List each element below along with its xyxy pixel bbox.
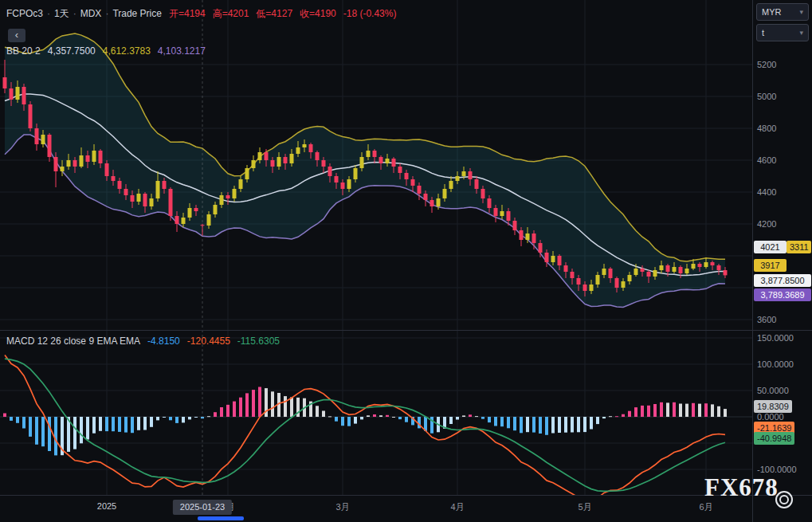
scrollbar-thumb[interactable] [198,516,244,520]
exchange-label: MDX [80,8,102,19]
symbol-info-bar: FCPOc3·1天·MDX·Trade Price开=4194高=4201低=4… [6,7,396,21]
unit-selector[interactable]: t ▾ [756,24,809,41]
macd-tick-label: 50.0000 [757,386,789,395]
fx678-logo-icon [775,491,793,508]
time-axis-label: 2025 [97,501,116,511]
macd-axis-badge: 19.8309 [754,400,792,413]
time-axis[interactable]: 2025-01-23 20252月3月4月5月6月 [0,496,752,522]
back-arrow-button[interactable]: ‹ [8,29,25,42]
price-tick-label: 5000 [757,92,776,101]
macd-line-value: -120.4455 [187,336,230,347]
separator-dot: · [47,8,50,19]
price-tick-label: 4400 [757,187,776,197]
time-axis-label: 5月 [578,501,591,513]
change-readout: -18 (-0.43%) [343,8,397,19]
bollinger-legend[interactable]: BB 20 24,357.75004,612.37834,103.1217 [6,45,206,57]
price-axis-badge: 3311 [787,241,811,253]
chevron-down-icon: ▾ [799,25,803,41]
high-readout: 高=4201 [213,8,249,19]
close-readout: 收=4190 [300,8,336,19]
currency-selector[interactable]: MYR ▾ [756,3,809,21]
bollinger-upper-value: 4,612.3783 [103,45,151,57]
price-tick-label: 4800 [757,124,776,133]
bollinger-legend-title[interactable]: BB 20 2 [6,45,41,57]
price-tick-label: 4600 [757,155,776,165]
symbol-name[interactable]: FCPOc3 [6,8,43,19]
separator-dot: · [73,8,76,19]
trading-chart-app: FCPOc3·1天·MDX·Trade Price开=4194高=4201低=4… [0,0,812,522]
series-type-label: Trade Price [112,8,162,19]
bollinger-basis-value: 4,357.7500 [48,45,96,57]
separator-dot: · [105,8,108,19]
currency-label: MYR [762,7,781,17]
macd-axis-badge: -40.9948 [754,432,794,445]
macd-legend[interactable]: MACD 12 26 close 9 EMA EMA-4.8150-120.44… [6,336,280,347]
price-axis-badge: 4021 [754,241,787,253]
price-tick-label: 4200 [757,219,776,229]
macd-signal-value: -115.6305 [237,336,280,347]
crosshair-date-label: 2025-01-23 [173,500,232,515]
macd-tick-label: 100.0000 [757,359,794,369]
chevron-down-icon: ▾ [799,4,803,20]
macd-tick-label: 0.0000 [757,412,784,422]
time-axis-label: 3月 [335,501,349,513]
price-tick-label: 3600 [757,315,776,324]
macd-legend-title[interactable]: MACD 12 26 close 9 EMA EMA [6,336,140,347]
macd-histogram [3,387,727,456]
time-axis-label: 4月 [450,501,464,513]
bollinger-lower-value: 4,103.1217 [158,45,206,57]
price-axis-badge: 3917 [754,259,787,272]
unit-label: t [762,28,764,37]
macd-tick-label: 150.0000 [757,333,794,343]
macd-hist-value: -4.8150 [147,336,180,347]
fx678-watermark: FX678 [704,473,779,502]
price-axis[interactable]: MYR ▾ t ▾ 520050004800460044004200360015… [753,0,812,522]
price-axis-badge: 3,789.3689 [754,288,811,301]
low-readout: 低=4127 [256,8,292,19]
pane-divider [0,330,812,331]
interval-label[interactable]: 1天 [54,8,69,19]
macd-chart-pane[interactable] [0,330,752,495]
time-axis-label: 6月 [699,501,712,513]
price-axis-badge: 3,877.8500 [754,274,811,287]
open-readout: 开=4194 [169,8,206,19]
price-tick-label: 5200 [757,60,776,69]
